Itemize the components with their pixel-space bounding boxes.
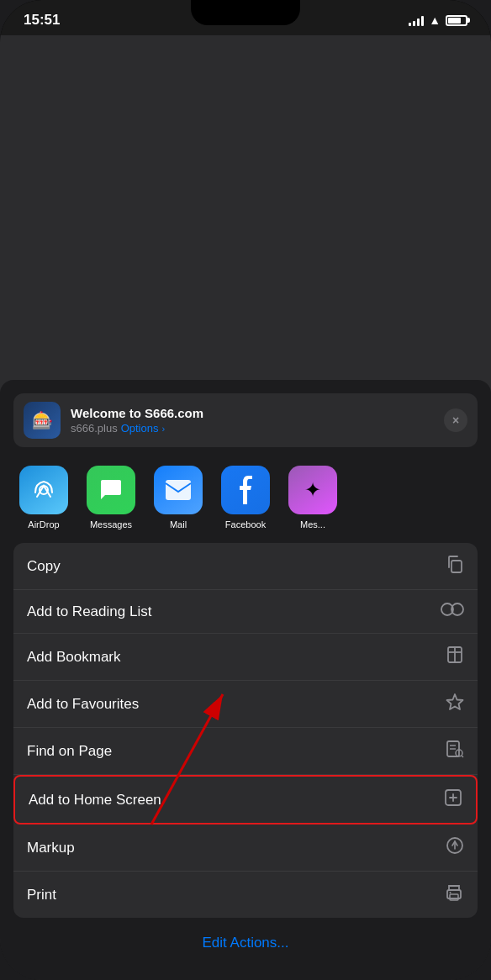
share-sheet: 🎰 Welcome to S666.com s666.plus Options …	[0, 380, 491, 980]
battery-icon	[446, 15, 467, 26]
copy-label: Copy	[27, 558, 61, 575]
svg-point-20	[450, 892, 451, 893]
markup-icon	[446, 836, 464, 859]
status-icons: ▲	[409, 13, 467, 27]
svg-rect-19	[450, 894, 458, 900]
action-home-screen[interactable]: Add to Home Screen	[13, 775, 478, 825]
site-icon-emoji: 🎰	[32, 410, 53, 430]
camera-notch	[191, 0, 300, 25]
action-reading-list[interactable]: Add to Reading List	[13, 590, 478, 634]
site-title: Welcome to S666.com	[71, 406, 444, 420]
markup-label: Markup	[27, 840, 75, 856]
mail-label: Mail	[170, 519, 187, 530]
bookmark-icon	[446, 645, 464, 668]
home-screen-label: Add to Home Screen	[29, 792, 161, 809]
action-list: Copy Add to Reading List	[13, 543, 478, 918]
action-favourites[interactable]: Add to Favourites	[13, 681, 478, 728]
wifi-icon: ▲	[429, 13, 441, 27]
favourites-label: Add to Favourites	[27, 696, 139, 713]
app-item-messages[interactable]: Messages	[84, 466, 138, 530]
airdrop-label: AirDrop	[28, 519, 59, 530]
print-icon	[444, 883, 464, 906]
close-button[interactable]: ×	[444, 408, 467, 432]
edit-actions[interactable]: Edit Actions...	[13, 926, 478, 960]
mail-icon	[154, 466, 203, 514]
action-find-on-page[interactable]: Find on Page	[13, 728, 478, 775]
messages-label: Messages	[90, 519, 132, 530]
app-item-airdrop[interactable]: AirDrop	[17, 466, 71, 530]
svg-rect-2	[451, 561, 462, 572]
share-header: 🎰 Welcome to S666.com s666.plus Options …	[13, 393, 478, 447]
find-on-page-label: Find on Page	[27, 743, 112, 760]
find-icon	[446, 740, 464, 762]
apps-row: AirDrop Messages	[13, 462, 478, 543]
meso-label: Mes...	[300, 519, 325, 530]
facebook-icon	[221, 466, 270, 514]
app-item-meso[interactable]: ✦ Mes...	[286, 466, 340, 530]
site-url-row: s666.plus Options ›	[71, 422, 444, 435]
chevron-right-icon: ›	[161, 424, 165, 434]
site-icon: 🎰	[24, 402, 61, 439]
bookmark-label: Add Bookmark	[27, 649, 121, 666]
action-bookmark[interactable]: Add Bookmark	[13, 634, 478, 681]
signal-bars-icon	[409, 14, 424, 26]
svg-rect-1	[166, 480, 191, 500]
reading-list-label: Add to Reading List	[27, 603, 151, 620]
star-icon	[446, 693, 464, 715]
action-print[interactable]: Print	[13, 872, 478, 918]
print-label: Print	[27, 887, 56, 904]
browser-background: 🎰 Welcome to S666.com s666.plus Options …	[0, 35, 491, 980]
action-markup[interactable]: Markup	[13, 825, 478, 872]
app-item-mail[interactable]: Mail	[151, 466, 205, 530]
site-url: s666.plus	[71, 422, 118, 435]
action-copy[interactable]: Copy	[13, 543, 478, 590]
svg-line-10	[462, 756, 463, 757]
site-info: Welcome to S666.com s666.plus Options ›	[71, 406, 444, 435]
airdrop-icon	[19, 466, 68, 514]
status-time: 15:51	[24, 12, 60, 29]
phone-frame: 15:51 ▲ 🎰 Welcome to S666.c	[0, 0, 491, 980]
home-screen-icon	[444, 788, 462, 811]
app-item-facebook[interactable]: Facebook	[219, 466, 272, 530]
messages-icon	[87, 466, 135, 514]
facebook-label: Facebook	[225, 519, 266, 530]
options-link[interactable]: Options	[121, 422, 159, 435]
meso-icon: ✦	[288, 466, 337, 514]
reading-list-icon	[441, 602, 464, 621]
edit-actions-label[interactable]: Edit Actions...	[203, 935, 289, 951]
copy-icon	[446, 555, 464, 577]
